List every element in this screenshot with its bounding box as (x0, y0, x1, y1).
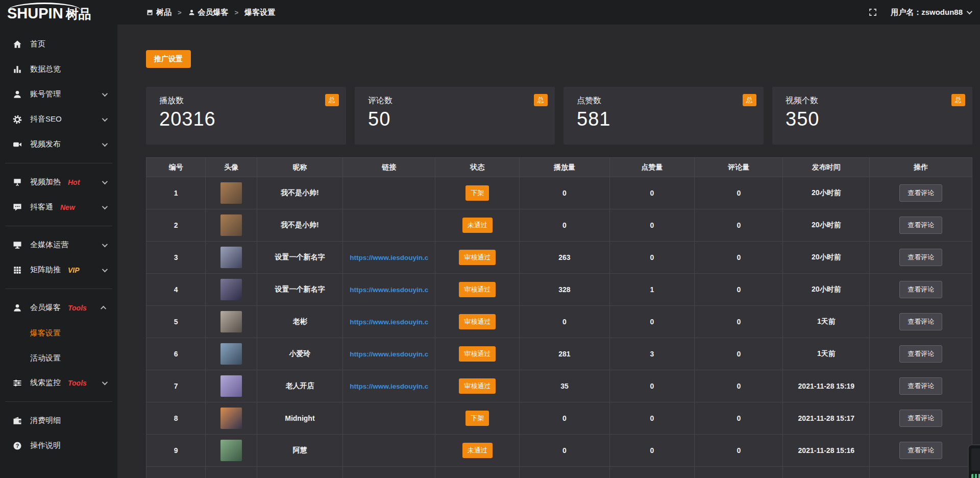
cell-likes: 0 (609, 306, 695, 338)
cell-comments: 0 (695, 306, 783, 338)
cell-likes: 0 (609, 435, 695, 467)
video-link[interactable]: https://www.iesdouyin.c (350, 350, 428, 358)
cell-status: 审核通过 (435, 242, 520, 274)
avatar (220, 279, 242, 300)
breadcrumb-item[interactable]: 树品 (146, 8, 172, 17)
cell-plays: 281 (520, 338, 609, 370)
cell-link: https://www.iesdouyin.c (343, 338, 435, 370)
sidebar-subitem-active[interactable]: 爆客设置 (0, 320, 117, 345)
stat-card: 点赞数581总 (564, 87, 764, 145)
sidebar-item[interactable]: 全媒体运营 (0, 232, 117, 257)
cell-action: 查看评论 (870, 338, 972, 370)
cell-time: 20小时前 (783, 242, 870, 274)
sidebar-item[interactable]: 抖客通New (0, 195, 117, 220)
sidebar-item-badge: Hot (68, 178, 80, 186)
view-comments-button[interactable]: 查看评论 (899, 410, 942, 427)
chevron-down-icon (102, 90, 108, 96)
video-link[interactable]: https://www.iesdouyin.c (350, 254, 428, 261)
app-icon (146, 9, 154, 16)
promo-settings-button[interactable]: 推广设置 (146, 50, 191, 68)
cell-avatar (206, 306, 257, 338)
cell-link: https://www.iesdouyin.c (343, 306, 435, 338)
sidebar-item[interactable]: 会员爆客Tools (0, 295, 117, 320)
stat-card: 播放数20316总 (146, 87, 346, 145)
chevron-down-icon (102, 203, 108, 209)
cell-comments: 0 (695, 242, 783, 274)
table-row: 7老人开店https://www.iesdouyin.c审核通过35002021… (146, 370, 972, 402)
cell-status: 审核通过 (435, 338, 520, 370)
stat-label: 点赞数 (577, 95, 764, 106)
stat-value: 581 (577, 108, 764, 130)
status-badge: 未通过 (462, 218, 493, 233)
avatar (220, 440, 242, 461)
video-link[interactable]: https://www.iesdouyin.c (350, 383, 428, 390)
cell-nickname: 设置一个新名字 (257, 242, 342, 274)
breadcrumb-separator: > (178, 9, 182, 16)
stat-value: 20316 (159, 108, 346, 130)
cell-time: 20小时前 (783, 274, 870, 306)
user-menu[interactable]: 用户名：zswodun88 (891, 8, 971, 17)
screen-icon (12, 177, 22, 187)
sidebar-item[interactable]: 数据总览 (0, 57, 117, 82)
status-badge: 审核通过 (459, 282, 496, 297)
main-content: 推广设置 播放数20316总评论数50总点赞数581总视频个数350总 编号头像… (117, 25, 980, 478)
view-comments-button[interactable]: 查看评论 (899, 377, 942, 395)
view-comments-button[interactable]: 查看评论 (899, 184, 942, 202)
sidebar-item[interactable]: 视频加热Hot (0, 170, 117, 195)
cell-comments: 0 (695, 177, 783, 209)
table-row: 3设置一个新名字https://www.iesdouyin.c审核通过26300… (146, 242, 972, 274)
cell-nickname: 小爱玲 (257, 338, 342, 370)
cell-action: 查看评论 (870, 242, 972, 274)
column-header: 头像 (206, 158, 257, 177)
cell-nickname: 阿慧 (257, 435, 342, 467)
video-link[interactable]: https://www.iesdouyin.c (350, 318, 428, 326)
sidebar-item[interactable]: 抖音SEO (0, 107, 117, 132)
cell-comments: 0 (695, 402, 783, 435)
cell-id: 9 (146, 435, 206, 467)
topbar-right: 用户名：zswodun88 (868, 8, 971, 17)
cell-likes: 0 (609, 402, 695, 435)
breadcrumb-item[interactable]: 会员爆客 (188, 8, 229, 17)
cell-id: 8 (146, 402, 206, 435)
sidebar-divider (5, 226, 112, 226)
view-comments-button[interactable]: 查看评论 (899, 313, 942, 330)
cell-avatar (206, 338, 257, 370)
sidebar-item[interactable]: 矩阵助推VIP (0, 257, 117, 282)
view-comments-button[interactable]: 查看评论 (899, 249, 942, 266)
cell-plays: 0 (520, 402, 609, 435)
sidebar-subitem[interactable]: 活动设置 (0, 345, 117, 370)
sidebar-item-label: 操作说明 (30, 441, 61, 450)
cell-action: 查看评论 (870, 274, 972, 306)
table-row: 4设置一个新名字https://www.iesdouyin.c审核通过32810… (146, 274, 972, 306)
cell-likes: 0 (609, 209, 695, 242)
cell-nickname: 设置一个新名字 (257, 274, 342, 306)
view-comments-button[interactable]: 查看评论 (899, 217, 942, 234)
view-comments-button[interactable]: 查看评论 (899, 345, 942, 363)
breadcrumb-label: 爆客设置 (244, 8, 275, 17)
cell-id: 3 (146, 242, 206, 274)
cell-comments: 0 (695, 338, 783, 370)
sidebar-item[interactable]: 首页 (0, 32, 117, 57)
sidebar-item[interactable]: ?操作说明 (0, 433, 117, 458)
cell-action: 查看评论 (870, 402, 972, 435)
stat-total-badge: 总 (325, 94, 339, 106)
video-link[interactable]: https://www.iesdouyin.c (350, 286, 428, 294)
floating-support-widget[interactable] (968, 444, 980, 478)
cell-avatar (206, 370, 257, 402)
sidebar-item[interactable]: 线索监控Tools (0, 370, 117, 395)
fullscreen-icon[interactable] (868, 8, 877, 17)
sidebar-item[interactable]: 视频发布 (0, 132, 117, 157)
breadcrumb-item: 爆客设置 (244, 8, 275, 17)
view-comments-button[interactable]: 查看评论 (899, 281, 942, 298)
cell-link (343, 209, 435, 242)
sidebar-item[interactable]: 账号管理 (0, 82, 117, 107)
table-row-partial (146, 467, 972, 478)
sidebar-item-badge: New (60, 203, 75, 211)
view-comments-button[interactable]: 查看评论 (899, 442, 942, 459)
table-row: 9阿慧未通过0002021-11-28 15:16查看评论 (146, 435, 972, 467)
brand-logo[interactable]: SHUPIN树品 (0, 0, 117, 32)
cell-nickname: 老人开店 (257, 370, 342, 402)
status-badge: 审核通过 (459, 346, 496, 362)
chevron-down-icon (102, 379, 108, 385)
sidebar-item[interactable]: 消费明细 (0, 408, 117, 433)
